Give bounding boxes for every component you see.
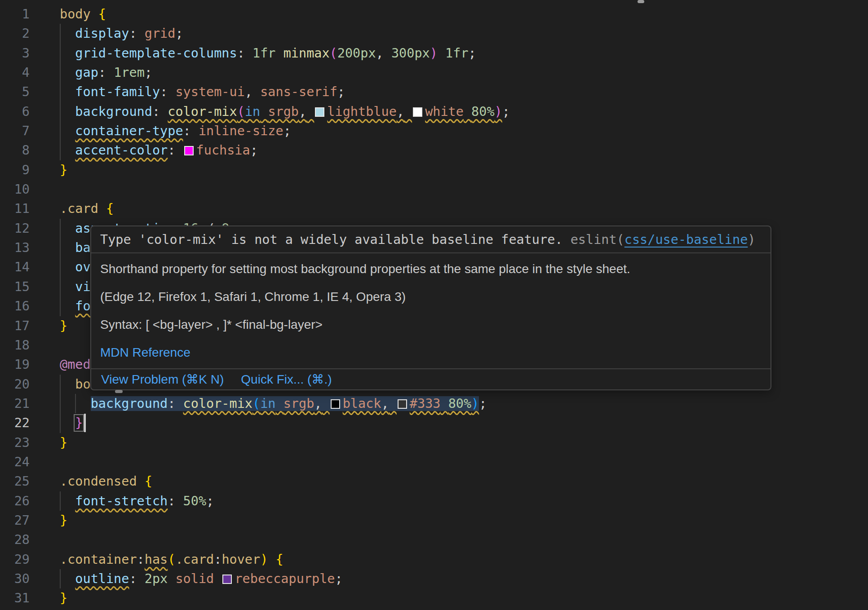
- code-token: white: [425, 104, 464, 119]
- line-number: 27: [0, 511, 30, 530]
- code-line[interactable]: 29.container:has(.card:hover) {: [0, 550, 868, 569]
- code-token: [191, 124, 199, 138]
- code-token: [438, 46, 445, 61]
- code-content[interactable]: }: [30, 160, 67, 180]
- view-problem-action[interactable]: View Problem (⌘K N): [101, 372, 224, 387]
- line-number: 1: [0, 4, 30, 24]
- code-line[interactable]: 28: [0, 530, 868, 549]
- code-content[interactable]: ov: [30, 257, 91, 277]
- code-token: [60, 240, 75, 255]
- code-token: ;: [206, 494, 214, 508]
- code-token: [440, 396, 448, 411]
- code-line[interactable]: 27}: [0, 511, 868, 530]
- line-number: 5: [0, 82, 30, 102]
- line-number: 9: [0, 160, 30, 180]
- code-token: {: [98, 7, 106, 22]
- code-line[interactable]: 2 display: grid;: [0, 24, 868, 43]
- code-token: [175, 494, 183, 508]
- line-number: 25: [0, 472, 30, 491]
- color-swatch[interactable]: [222, 575, 232, 584]
- code-content[interactable]: background: color-mix(in srgb, black, #3…: [30, 394, 487, 413]
- code-token: 1fr: [445, 46, 468, 61]
- lint-source-close: ): [748, 232, 755, 247]
- code-token: solid: [175, 571, 214, 586]
- code-content[interactable]: grid-template-columns: 1fr minmax(200px,…: [30, 44, 476, 63]
- code-line[interactable]: 30 outline: 2px solid rebeccapurple;: [0, 569, 868, 588]
- code-line[interactable]: 4 gap: 1rem;: [0, 63, 868, 82]
- code-content[interactable]: [30, 530, 60, 549]
- code-line[interactable]: 26 font-stretch: 50%;: [0, 491, 868, 511]
- color-swatch[interactable]: [184, 146, 194, 155]
- color-swatch[interactable]: [315, 107, 324, 117]
- code-content[interactable]: outline: 2px solid rebeccapurple;: [30, 569, 343, 588]
- code-token: ;: [479, 396, 487, 411]
- code-token: ): [495, 104, 502, 119]
- code-content[interactable]: .container:has(.card:hover) {: [30, 550, 283, 569]
- code-token: [60, 494, 75, 508]
- lint-rule-link[interactable]: css/use-baseline: [624, 232, 748, 247]
- code-line[interactable]: 3 grid-template-columns: 1fr minmax(200p…: [0, 44, 868, 63]
- code-token: }: [60, 435, 67, 450]
- code-content[interactable]: gap: 1rem;: [30, 63, 152, 82]
- color-swatch[interactable]: [413, 107, 422, 117]
- code-content[interactable]: fo: [30, 296, 91, 316]
- code-token: (: [168, 552, 175, 567]
- code-content[interactable]: .condensed {: [30, 472, 152, 491]
- code-line[interactable]: 5 font-family: system-ui, sans-serif;: [0, 82, 868, 102]
- line-number: 7: [0, 121, 30, 141]
- code-line[interactable]: 1body {: [0, 4, 868, 24]
- code-token: [137, 26, 145, 41]
- code-content[interactable]: }: [30, 588, 67, 608]
- code-token: [168, 84, 175, 99]
- code-token: container-type: [75, 124, 183, 138]
- color-swatch[interactable]: [331, 399, 340, 409]
- code-token: :: [168, 143, 175, 158]
- code-content[interactable]: font-stretch: 50%;: [30, 491, 214, 511]
- code-content[interactable]: display: grid;: [30, 24, 183, 43]
- code-line[interactable]: 11.card {: [0, 199, 868, 218]
- code-line[interactable]: 6 background: color-mix(in srgb, lightbl…: [0, 102, 868, 121]
- code-token: [60, 124, 75, 138]
- code-content[interactable]: accent-color: fuchsia;: [30, 141, 258, 160]
- code-content[interactable]: @med: [30, 355, 91, 374]
- code-content[interactable]: font-family: system-ui, sans-serif;: [30, 82, 345, 102]
- color-swatch[interactable]: [398, 399, 407, 409]
- code-token: [60, 143, 75, 158]
- code-content[interactable]: bo: [30, 375, 91, 394]
- code-content[interactable]: [30, 336, 60, 355]
- code-line[interactable]: 21 background: color-mix(in srgb, black,…: [0, 394, 868, 413]
- line-number: 24: [0, 452, 30, 472]
- code-content[interactable]: }: [30, 433, 67, 452]
- code-line[interactable]: 25.condensed {: [0, 472, 868, 491]
- code-line[interactable]: 31}: [0, 588, 868, 608]
- code-token: black: [343, 396, 381, 411]
- code-line[interactable]: 7 container-type: inline-size;: [0, 121, 868, 141]
- code-content[interactable]: .card {: [30, 199, 114, 218]
- code-token: ,: [314, 396, 322, 411]
- code-content[interactable]: body {: [30, 4, 106, 24]
- code-line[interactable]: 8 accent-color: fuchsia;: [0, 141, 868, 160]
- code-token: ): [471, 396, 479, 411]
- code-content[interactable]: [30, 452, 60, 472]
- code-content[interactable]: }: [30, 316, 67, 336]
- code-line[interactable]: 24: [0, 452, 868, 472]
- code-token: ): [260, 552, 268, 567]
- code-line[interactable]: 10: [0, 180, 868, 199]
- mdn-reference-link[interactable]: MDN Reference: [100, 345, 190, 360]
- code-line[interactable]: 22 }: [0, 413, 868, 433]
- code-token: minmax: [283, 46, 330, 61]
- code-content[interactable]: vi: [30, 277, 91, 296]
- code-token: [106, 65, 114, 80]
- code-token: system-ui: [175, 84, 244, 99]
- code-content[interactable]: background: color-mix(in srgb, lightblue…: [30, 102, 510, 121]
- quick-fix-action[interactable]: Quick Fix... (⌘.): [241, 372, 332, 387]
- code-token: [306, 104, 314, 119]
- code-token: [252, 84, 260, 99]
- code-token: :: [168, 494, 175, 508]
- code-content[interactable]: }: [30, 511, 67, 530]
- code-content[interactable]: container-type: inline-size;: [30, 121, 291, 141]
- code-line[interactable]: 9}: [0, 160, 868, 180]
- code-content[interactable]: [30, 180, 60, 199]
- code-content[interactable]: ba: [30, 238, 91, 257]
- code-line[interactable]: 23}: [0, 433, 868, 452]
